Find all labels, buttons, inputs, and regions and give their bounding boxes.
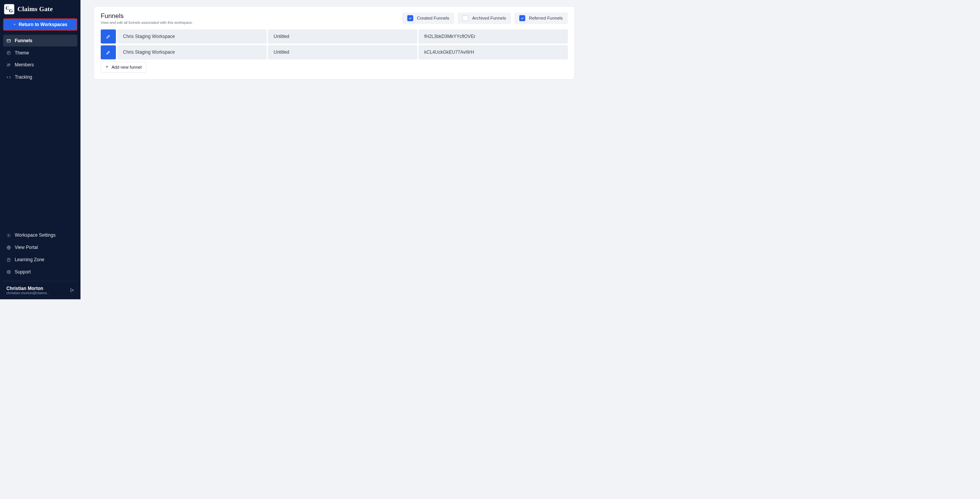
user-info: Christian Morton christian.morton@claims… <box>7 286 49 295</box>
sidebar-item-label: Tracking <box>15 74 32 80</box>
return-label: Return to Workspaces <box>19 22 67 27</box>
checkbox-icon <box>463 15 469 21</box>
funnels-card: Funnels View and edit all funnels associ… <box>94 7 574 79</box>
filter-label: Archived Funnels <box>472 16 506 21</box>
sidebar-item-support[interactable]: Support <box>3 266 77 278</box>
funnel-title: Untitled <box>268 45 417 59</box>
code-icon <box>7 75 11 79</box>
filter-created-funnels[interactable]: Created Funnels <box>402 12 454 24</box>
app-name: Claims Gate <box>18 5 53 13</box>
logo-icon: CG <box>4 4 14 14</box>
sidebar-item-label: Theme <box>15 50 29 56</box>
checkbox-icon <box>519 15 525 21</box>
arrow-left-icon <box>13 22 16 27</box>
sidebar-item-workspace-settings[interactable]: Workspace Settings <box>3 229 77 241</box>
add-funnel-label: Add new funnel <box>112 65 142 70</box>
filter-referred-funnels[interactable]: Referred Funnels <box>514 12 568 24</box>
add-new-funnel-button[interactable]: Add new funnel <box>101 62 146 73</box>
sidebar-item-members[interactable]: Members <box>3 59 77 71</box>
page-subtitle: View and edit all funnels associated wit… <box>101 21 193 25</box>
page-title: Funnels <box>101 12 193 20</box>
funnels-table: Chris Staging Workspace Untitled fH2L3bk… <box>101 30 568 59</box>
secondary-nav: Workspace Settings View Portal Learning … <box>0 229 80 278</box>
sidebar-item-label: Workspace Settings <box>15 233 56 238</box>
filter-label: Referred Funnels <box>529 16 563 21</box>
palette-icon <box>7 51 11 55</box>
sidebar-item-label: Learning Zone <box>15 257 44 262</box>
plus-icon <box>105 65 109 70</box>
header-left: Funnels View and edit all funnels associ… <box>101 12 193 25</box>
sidebar-item-tracking[interactable]: Tracking <box>3 71 77 83</box>
edit-funnel-button[interactable] <box>101 45 116 59</box>
table-row: Chris Staging Workspace Untitled kCL4Uck… <box>101 45 568 59</box>
svg-point-1 <box>7 51 10 54</box>
sidebar-item-theme[interactable]: Theme <box>3 47 77 59</box>
svg-point-11 <box>8 271 10 273</box>
life-ring-icon <box>7 270 11 274</box>
user-email: christian.morton@claims.. <box>7 291 49 295</box>
globe-icon <box>7 245 11 250</box>
table-row: Chris Staging Workspace Untitled fH2L3bk… <box>101 30 568 44</box>
sidebar-header: CG Claims Gate <box>0 4 80 18</box>
funnel-id: kCL4UckGkEU77AvIlIrH <box>419 45 568 59</box>
book-icon <box>7 257 11 262</box>
edit-funnel-button[interactable] <box>101 30 116 44</box>
filter-label: Created Funnels <box>417 16 449 21</box>
window-icon <box>7 38 11 43</box>
sidebar-item-learning-zone[interactable]: Learning Zone <box>3 254 77 266</box>
card-header: Funnels View and edit all funnels associ… <box>101 12 568 25</box>
users-icon <box>7 63 11 68</box>
header-filters: Created Funnels Archived Funnels Referre… <box>402 12 568 24</box>
user-section: Christian Morton christian.morton@claims… <box>3 281 77 295</box>
sidebar-item-view-portal[interactable]: View Portal <box>3 242 77 254</box>
svg-point-3 <box>9 52 10 53</box>
svg-point-4 <box>8 53 8 54</box>
funnel-title: Untitled <box>268 30 417 44</box>
sidebar-item-funnels[interactable]: Funnels <box>3 35 77 47</box>
funnel-workspace: Chris Staging Workspace <box>117 45 266 59</box>
primary-nav: Funnels Theme Members Tracking <box>0 35 80 83</box>
sidebar-item-label: Members <box>15 63 34 68</box>
sidebar-item-label: Funnels <box>15 38 32 43</box>
funnel-id: fH2L3bkD3MkYYcflOVEr <box>419 30 568 44</box>
logout-icon[interactable] <box>69 288 74 294</box>
user-name: Christian Morton <box>7 286 49 291</box>
sidebar-item-label: Support <box>15 269 31 275</box>
svg-point-5 <box>8 64 9 65</box>
checkbox-icon <box>407 15 414 21</box>
main-content: Funnels View and edit all funnels associ… <box>80 0 588 300</box>
sidebar-item-label: View Portal <box>15 245 38 250</box>
svg-point-7 <box>8 235 9 236</box>
funnel-workspace: Chris Staging Workspace <box>117 30 266 44</box>
svg-point-2 <box>8 52 8 53</box>
gear-icon <box>7 233 11 238</box>
filter-archived-funnels[interactable]: Archived Funnels <box>458 12 511 24</box>
sidebar: CG Claims Gate Return to Workspaces Funn… <box>0 0 80 300</box>
svg-rect-0 <box>7 39 10 42</box>
svg-point-6 <box>9 64 10 64</box>
return-to-workspaces-button[interactable]: Return to Workspaces <box>3 18 77 31</box>
